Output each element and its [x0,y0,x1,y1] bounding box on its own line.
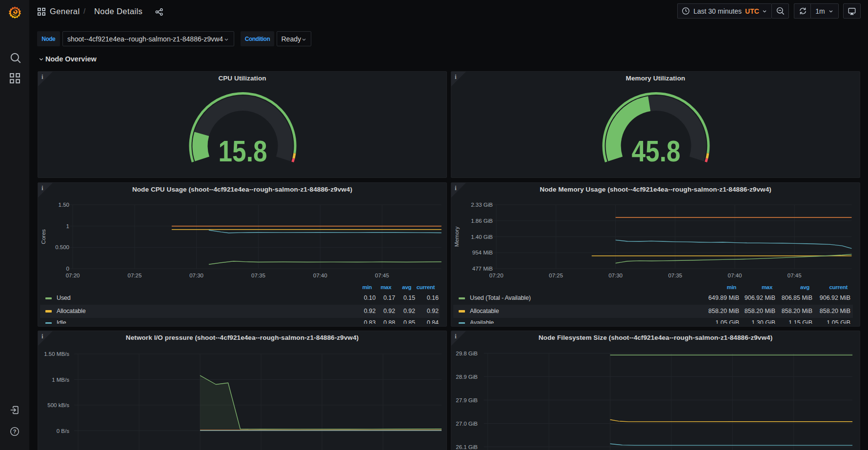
svg-text:28.9 GiB: 28.9 GiB [456,374,478,380]
svg-text:07:20: 07:20 [66,273,80,278]
svg-text:07:40: 07:40 [728,273,742,278]
svg-text:27.0 GiB: 27.0 GiB [456,421,478,427]
svg-text:1.40 GiB: 1.40 GiB [471,234,493,240]
svg-text:07:45: 07:45 [787,273,802,278]
svg-text:2.33 GiB: 2.33 GiB [471,202,493,208]
svg-text:07:30: 07:30 [608,273,623,278]
svg-text:26.1 GiB: 26.1 GiB [456,444,478,450]
svg-text:27.9 GiB: 27.9 GiB [456,397,478,403]
svg-text:0 B/s: 0 B/s [57,428,69,434]
svg-text:07:20: 07:20 [489,273,504,278]
svg-text:954 MiB: 954 MiB [472,250,493,255]
svg-text:45.8: 45.8 [632,135,681,168]
svg-text:07:30: 07:30 [189,273,203,278]
svg-text:1.86 GiB: 1.86 GiB [471,218,493,224]
svg-text:07:35: 07:35 [251,273,265,278]
svg-text:1: 1 [66,223,69,229]
svg-text:500 kB/s: 500 kB/s [47,402,69,408]
svg-text:07:40: 07:40 [313,273,327,278]
svg-text:1.50 MB/s: 1.50 MB/s [44,351,69,357]
svg-text:Cores: Cores [40,229,46,244]
svg-text:29.8 GiB: 29.8 GiB [456,351,478,356]
svg-text:15.8: 15.8 [219,135,267,168]
svg-text:07:35: 07:35 [668,273,682,278]
svg-text:07:25: 07:25 [128,273,142,278]
svg-text:1 MB/s: 1 MB/s [52,377,69,383]
svg-text:Memory: Memory [454,226,460,247]
svg-text:0.500: 0.500 [55,244,69,250]
svg-text:07:45: 07:45 [375,273,389,278]
svg-text:07:25: 07:25 [549,273,563,278]
svg-text:477 MiB: 477 MiB [472,266,493,272]
svg-text:0: 0 [66,266,69,272]
svg-text:1.50: 1.50 [59,202,69,208]
svg-text:?: ? [13,429,17,434]
